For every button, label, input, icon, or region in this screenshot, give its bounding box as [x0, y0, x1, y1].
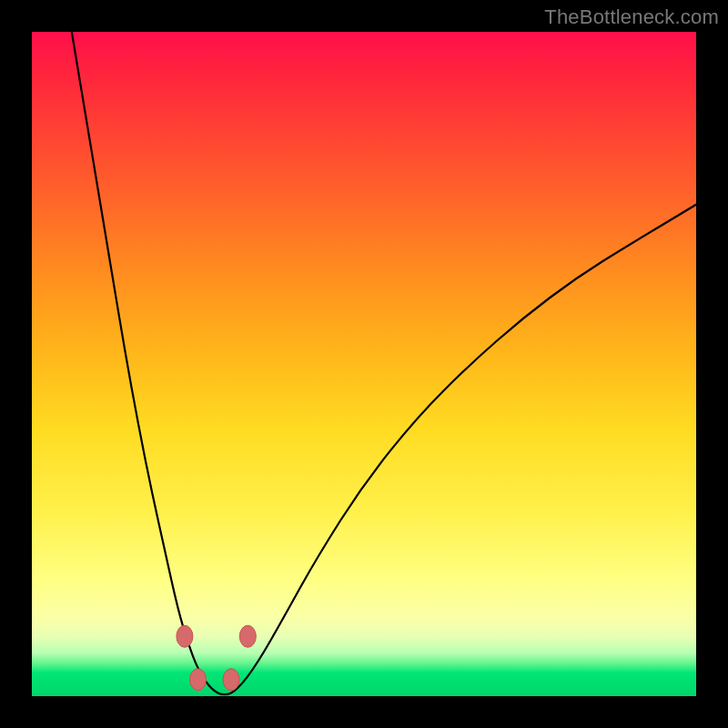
chart-plot-area	[32, 32, 696, 696]
chart-frame: TheBottleneck.com	[0, 0, 728, 728]
curve-marker	[177, 625, 193, 647]
curve-marker	[223, 669, 239, 691]
watermark-text: TheBottleneck.com	[544, 5, 719, 29]
bottleneck-curve	[72, 32, 696, 694]
curve-marker	[239, 625, 256, 647]
chart-svg	[32, 32, 696, 696]
curve-marker	[190, 669, 207, 691]
